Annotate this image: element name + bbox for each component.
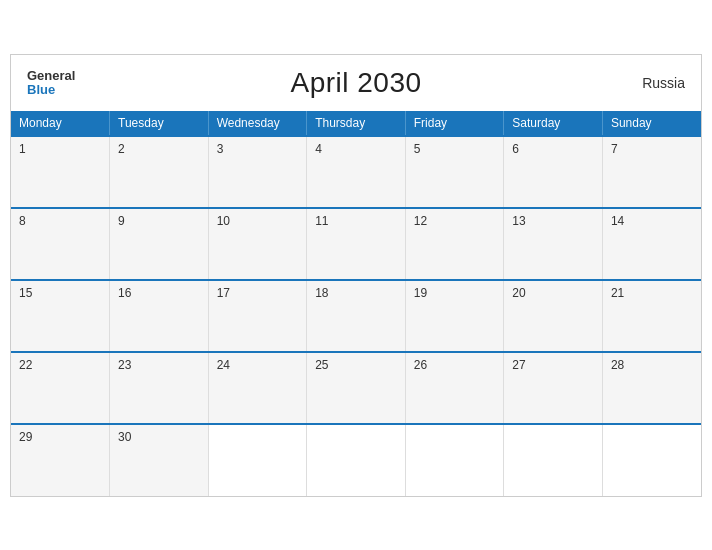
calendar-day-cell: 4 — [307, 136, 406, 208]
day-number: 23 — [118, 358, 131, 372]
weekday-header-row: Monday Tuesday Wednesday Thursday Friday… — [11, 111, 701, 136]
day-number: 29 — [19, 430, 32, 444]
day-number: 26 — [414, 358, 427, 372]
day-number: 6 — [512, 142, 519, 156]
calendar-day-cell — [208, 424, 307, 496]
weekday-thursday: Thursday — [307, 111, 406, 136]
calendar-day-cell: 10 — [208, 208, 307, 280]
calendar-day-cell: 13 — [504, 208, 603, 280]
calendar-day-cell: 1 — [11, 136, 110, 208]
day-number: 28 — [611, 358, 624, 372]
day-number: 4 — [315, 142, 322, 156]
weekday-friday: Friday — [405, 111, 504, 136]
day-number: 12 — [414, 214, 427, 228]
calendar-week-row: 1234567 — [11, 136, 701, 208]
day-number: 11 — [315, 214, 328, 228]
calendar-day-cell: 19 — [405, 280, 504, 352]
calendar-header: General Blue April 2030 Russia — [11, 55, 701, 111]
weekday-tuesday: Tuesday — [110, 111, 209, 136]
weekday-saturday: Saturday — [504, 111, 603, 136]
calendar-week-row: 22232425262728 — [11, 352, 701, 424]
calendar-day-cell: 20 — [504, 280, 603, 352]
weekday-sunday: Sunday — [602, 111, 701, 136]
day-number: 8 — [19, 214, 26, 228]
logo: General Blue — [27, 68, 75, 97]
calendar-day-cell: 2 — [110, 136, 209, 208]
day-number: 5 — [414, 142, 421, 156]
calendar-container: General Blue April 2030 Russia Monday Tu… — [10, 54, 702, 497]
country-label: Russia — [642, 75, 685, 91]
calendar-day-cell: 8 — [11, 208, 110, 280]
weekday-wednesday: Wednesday — [208, 111, 307, 136]
calendar-day-cell: 7 — [602, 136, 701, 208]
day-number: 15 — [19, 286, 32, 300]
logo-general-text: General — [27, 68, 75, 82]
day-number: 14 — [611, 214, 624, 228]
calendar-day-cell — [602, 424, 701, 496]
calendar-day-cell: 28 — [602, 352, 701, 424]
day-number: 1 — [19, 142, 26, 156]
day-number: 13 — [512, 214, 525, 228]
calendar-day-cell: 22 — [11, 352, 110, 424]
calendar-title: April 2030 — [290, 67, 421, 99]
calendar-day-cell: 11 — [307, 208, 406, 280]
calendar-day-cell: 26 — [405, 352, 504, 424]
calendar-grid: Monday Tuesday Wednesday Thursday Friday… — [11, 111, 701, 496]
calendar-day-cell: 21 — [602, 280, 701, 352]
calendar-day-cell: 24 — [208, 352, 307, 424]
day-number: 20 — [512, 286, 525, 300]
calendar-day-cell: 16 — [110, 280, 209, 352]
day-number: 25 — [315, 358, 328, 372]
calendar-day-cell: 5 — [405, 136, 504, 208]
calendar-day-cell: 23 — [110, 352, 209, 424]
day-number: 16 — [118, 286, 131, 300]
calendar-day-cell: 25 — [307, 352, 406, 424]
calendar-day-cell: 27 — [504, 352, 603, 424]
calendar-day-cell: 30 — [110, 424, 209, 496]
calendar-day-cell: 14 — [602, 208, 701, 280]
calendar-day-cell: 3 — [208, 136, 307, 208]
day-number: 2 — [118, 142, 125, 156]
calendar-week-row: 15161718192021 — [11, 280, 701, 352]
day-number: 3 — [217, 142, 224, 156]
calendar-day-cell: 6 — [504, 136, 603, 208]
day-number: 27 — [512, 358, 525, 372]
calendar-day-cell: 18 — [307, 280, 406, 352]
day-number: 9 — [118, 214, 125, 228]
calendar-week-row: 2930 — [11, 424, 701, 496]
calendar-week-row: 891011121314 — [11, 208, 701, 280]
calendar-day-cell: 9 — [110, 208, 209, 280]
calendar-day-cell — [307, 424, 406, 496]
calendar-day-cell — [405, 424, 504, 496]
calendar-day-cell: 17 — [208, 280, 307, 352]
calendar-day-cell — [504, 424, 603, 496]
day-number: 17 — [217, 286, 230, 300]
day-number: 19 — [414, 286, 427, 300]
day-number: 18 — [315, 286, 328, 300]
logo-blue-text: Blue — [27, 83, 75, 97]
day-number: 30 — [118, 430, 131, 444]
day-number: 10 — [217, 214, 230, 228]
day-number: 7 — [611, 142, 618, 156]
calendar-day-cell: 12 — [405, 208, 504, 280]
calendar-day-cell: 15 — [11, 280, 110, 352]
day-number: 21 — [611, 286, 624, 300]
calendar-day-cell: 29 — [11, 424, 110, 496]
weekday-monday: Monday — [11, 111, 110, 136]
day-number: 24 — [217, 358, 230, 372]
day-number: 22 — [19, 358, 32, 372]
